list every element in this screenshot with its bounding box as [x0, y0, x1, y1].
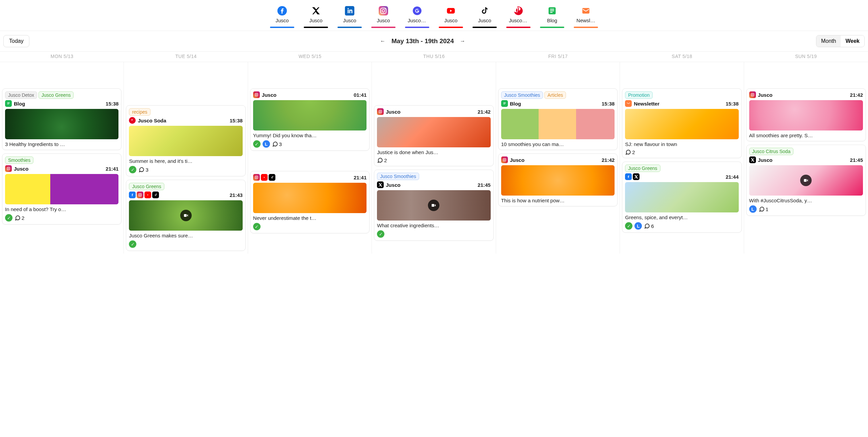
post-card[interactable]: Promotion Newsletter 15:38 SJ: new flavo…	[622, 88, 741, 158]
svg-rect-28	[432, 204, 434, 207]
post-card[interactable]: Jusco DetoxJusco Greens Blog 15:38 3 Hea…	[2, 88, 121, 150]
next-arrow-icon[interactable]: →	[460, 38, 465, 44]
video-icon	[800, 175, 812, 186]
linkedin-icon	[345, 6, 354, 16]
channel-underline	[337, 27, 362, 28]
day-header: WED 5/15	[248, 52, 372, 62]
post-card[interactable]: Jusco 21:42 This is how a nutrient pow…	[498, 153, 618, 206]
channel-x[interactable]: Jusco	[304, 6, 328, 28]
channel-tiktok[interactable]: Jusco	[472, 6, 497, 28]
post-card[interactable]: Jusco SmoothiesArticles Blog 15:38 10 sm…	[498, 88, 618, 150]
svg-rect-26	[379, 110, 382, 113]
post-time: 21:45	[478, 182, 490, 188]
post-time: 21:42	[602, 157, 615, 163]
account-label: Jusco	[386, 182, 400, 188]
post-caption: 10 smoothies you can ma…	[501, 141, 615, 147]
facebook-icon	[625, 173, 632, 180]
channel-pinterest[interactable]: Jusco …	[506, 6, 531, 28]
clock-icon: L	[263, 140, 270, 148]
post-card[interactable]: Jusco Smoothies Jusco 21:45 What creativ…	[374, 170, 493, 241]
channel-newsletter[interactable]: Newsl…	[574, 6, 598, 28]
date-range: May 13th - 19th 2024	[391, 37, 454, 45]
svg-rect-10	[550, 9, 554, 9]
channel-label: Jusco	[309, 18, 322, 23]
month-view-button[interactable]: Month	[816, 35, 841, 47]
channel-linkedin[interactable]: Jusco	[337, 6, 362, 28]
youtube-icon	[261, 174, 268, 181]
week-view-button[interactable]: Week	[841, 35, 864, 47]
post-time: 21:45	[850, 157, 863, 163]
svg-point-25	[256, 177, 257, 178]
date-navigation: ← May 13th - 19th 2024 →	[380, 37, 465, 45]
prev-arrow-icon[interactable]: ←	[380, 38, 385, 44]
post-card[interactable]: Smoothies Jusco 21:41 In need of a boost…	[2, 153, 121, 225]
check-icon: ✓	[625, 222, 632, 230]
pinterest-icon	[129, 117, 136, 124]
svg-point-33	[504, 159, 505, 161]
day-column-sun: Jusco 21:42 All smoothies are pretty. S……	[744, 62, 868, 254]
tag: Jusco Greens	[625, 165, 660, 172]
post-card[interactable]: Jusco Greens 21:44 Greens, spice, and ev…	[622, 162, 741, 233]
instagram-icon	[5, 165, 12, 172]
day-header: TUE 5/14	[124, 52, 248, 62]
post-thumbnail	[749, 100, 863, 130]
post-caption: With #JuscoCitrusSoda, y…	[749, 198, 863, 203]
tiktok-icon	[152, 192, 159, 198]
post-caption: In need of a boost? Try o…	[5, 206, 118, 212]
post-thumbnail	[5, 109, 118, 139]
x-icon	[377, 181, 384, 188]
post-card[interactable]: Jusco 21:42 Justice is done when Jus… 2	[374, 105, 493, 166]
svg-rect-24	[255, 176, 258, 179]
blog-icon	[547, 6, 557, 16]
day-header: MON 5/13	[0, 52, 124, 62]
channel-facebook[interactable]: Jusco	[270, 6, 294, 28]
post-card[interactable]: Jusco 01:41 Yummy! Did you know tha… ✓ L…	[250, 88, 370, 151]
instagram-icon	[377, 108, 384, 115]
today-button[interactable]: Today	[3, 35, 29, 47]
channel-label: Jusco	[478, 18, 491, 23]
tag: Jusco Detox	[5, 91, 37, 99]
instagram-icon	[253, 174, 260, 181]
google-icon	[412, 6, 422, 16]
instagram-icon	[253, 91, 260, 98]
check-icon: ✓	[377, 230, 384, 238]
post-card[interactable]: Jusco Greens 21:43 Jusco Greens makes su…	[126, 180, 245, 251]
post-thumbnail	[625, 182, 738, 212]
channel-underline	[439, 27, 463, 28]
post-card[interactable]: recipes Jusco Soda 15:38 Summer is here,…	[126, 105, 245, 176]
channel-underline	[304, 27, 328, 28]
post-thumbnail	[501, 109, 615, 139]
youtube-icon	[446, 6, 456, 16]
instagram-icon	[749, 91, 756, 98]
account-label: Jusco	[758, 92, 772, 98]
svg-rect-19	[139, 194, 141, 196]
channel-underline	[472, 27, 497, 28]
svg-rect-34	[751, 93, 754, 96]
day-header: FRI 5/17	[496, 52, 620, 62]
channel-underline	[574, 27, 598, 28]
svg-rect-16	[7, 104, 9, 104]
post-thumbnail	[377, 190, 490, 221]
post-caption: Justice is done when Jus…	[377, 149, 490, 155]
channel-google[interactable]: Jusco …	[405, 6, 429, 28]
post-card[interactable]: Jusco 21:42 All smoothies are pretty. S…	[746, 88, 866, 141]
post-card[interactable]: Jusco Citrus Soda Jusco 21:45 With #Jusc…	[746, 145, 866, 216]
channel-blog[interactable]: Blog	[540, 6, 564, 28]
x-icon	[749, 156, 756, 163]
day-header: THU 5/16	[372, 52, 496, 62]
channel-underline	[506, 27, 531, 28]
post-caption: All smoothies are pretty. S…	[749, 133, 863, 138]
channel-youtube[interactable]: Jusco	[439, 6, 463, 28]
tag: Promotion	[625, 91, 653, 99]
account-label: Jusco	[386, 109, 400, 115]
instagram-icon	[379, 6, 388, 16]
post-caption: This is how a nutrient pow…	[501, 198, 615, 203]
post-caption: Jusco Greens makes sure…	[129, 233, 242, 238]
post-card[interactable]: 21:41 Never underestimate the t… ✓	[250, 171, 370, 233]
channel-instagram[interactable]: Jusco	[371, 6, 396, 28]
channel-label: Jusco	[275, 18, 289, 23]
day-header: SAT 5/18	[620, 52, 744, 62]
svg-rect-2	[379, 6, 388, 16]
post-time: 01:41	[354, 92, 367, 98]
comments-count: 2	[377, 157, 387, 163]
